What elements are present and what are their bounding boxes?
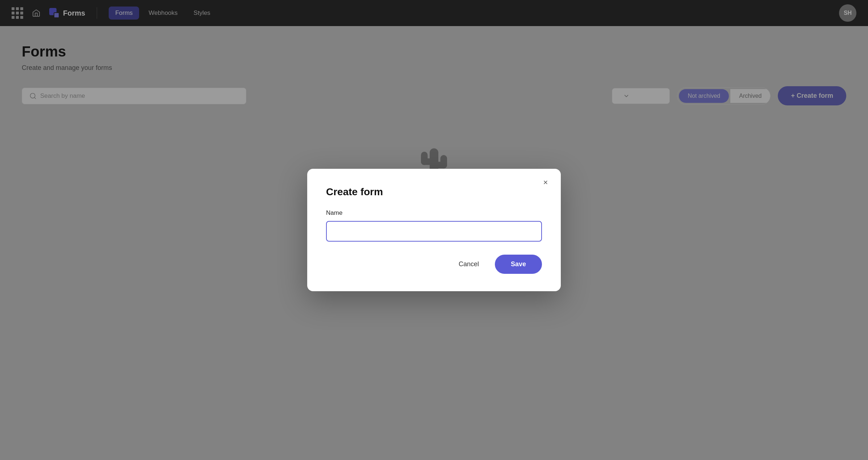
name-input[interactable]: [326, 221, 542, 242]
cancel-button[interactable]: Cancel: [450, 255, 488, 273]
modal-overlay[interactable]: × Create form Name Cancel Save: [0, 0, 868, 460]
name-label: Name: [326, 209, 542, 217]
modal-actions: Cancel Save: [326, 255, 542, 274]
modal-title: Create form: [326, 186, 542, 198]
save-button[interactable]: Save: [495, 255, 542, 274]
modal-close-button[interactable]: ×: [539, 176, 552, 189]
create-form-modal: × Create form Name Cancel Save: [307, 169, 561, 291]
